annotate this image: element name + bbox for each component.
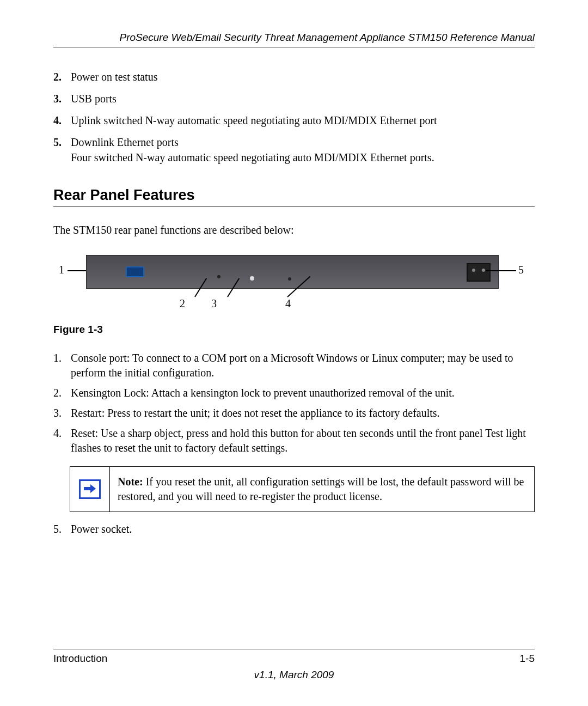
console-port-icon (126, 266, 144, 277)
note-icon-cell (70, 467, 110, 512)
section-heading: Rear Panel Features (53, 187, 535, 206)
list-number: 5. (53, 135, 71, 150)
note-body: If you reset the unit, all configuration… (118, 476, 524, 502)
section-intro: The STM150 rear panel functions are desc… (53, 224, 535, 236)
footer-page-number: 1-5 (520, 653, 535, 665)
page-footer: Introduction 1-5 v1.1, March 2009 (53, 649, 535, 681)
list-number: 2. (53, 386, 71, 400)
figure-caption: Figure 1-3 (53, 324, 535, 336)
list-text: Restart: Press to restart the unit; it d… (71, 406, 535, 421)
list-number: 2. (53, 69, 71, 84)
list-text: Console port: To connect to a COM port o… (71, 351, 535, 380)
list-text: Downlink Ethernet ports Four switched N-… (71, 135, 535, 165)
list-item: 5. Downlink Ethernet ports Four switched… (53, 135, 535, 165)
list-number: 3. (53, 406, 71, 421)
callout-5: 5 (518, 264, 524, 276)
list-item: 2. Kensington Lock: Attach a kensington … (53, 386, 535, 400)
lock-slot-icon (217, 275, 220, 278)
callout-3: 3 (211, 297, 217, 310)
note-label: Note: (118, 476, 143, 488)
rear-panel-description-list: 1. Console port: To connect to a COM por… (53, 351, 535, 455)
list-item: 4. Uplink switched N-way automatic speed… (53, 113, 535, 128)
continued-feature-list: 2. Power on test status 3. USB ports 4. … (53, 69, 535, 165)
list-text: Power on test status (71, 69, 535, 84)
list-item: 4. Reset: Use a sharp object, press and … (53, 426, 535, 455)
list-text: Power socket. (71, 523, 132, 535)
footer-version: v1.1, March 2009 (53, 669, 535, 681)
list-text: USB ports (71, 91, 535, 106)
list-number: 4. (53, 113, 71, 128)
callout-4: 4 (285, 297, 291, 310)
power-socket-icon (467, 263, 491, 282)
list-item: 5. Power socket. (53, 523, 535, 535)
note-box: Note: If you reset the unit, all configu… (70, 466, 535, 512)
arrow-right-icon (79, 479, 101, 499)
list-number: 4. (53, 426, 71, 441)
list-item: 2. Power on test status (53, 69, 535, 84)
list-text: Uplink switched N-way automatic speed ne… (71, 113, 535, 128)
callout-2: 2 (180, 297, 185, 310)
list-number: 1. (53, 351, 71, 366)
list-text: Kensington Lock: Attach a kensington loc… (71, 386, 535, 400)
list-item: 1. Console port: To connect to a COM por… (53, 351, 535, 380)
running-header: ProSecure Web/Email Security Threat Mana… (53, 32, 535, 47)
list-item: 3. USB ports (53, 91, 535, 106)
rear-panel-figure: 1 5 2 3 4 (53, 252, 535, 317)
rear-panel-illustration (86, 255, 499, 289)
note-text: Note: If you reset the unit, all configu… (110, 467, 534, 512)
list-number: 3. (53, 91, 71, 106)
leader-line (486, 270, 516, 271)
list-text: Reset: Use a sharp object, press and hol… (71, 426, 535, 455)
list-number: 5. (53, 523, 71, 535)
footer-section: Introduction (53, 653, 107, 665)
reset-button-icon (288, 277, 291, 281)
list-item: 3. Restart: Press to restart the unit; i… (53, 406, 535, 421)
callout-1: 1 (59, 264, 64, 276)
restart-button-icon (250, 276, 254, 281)
